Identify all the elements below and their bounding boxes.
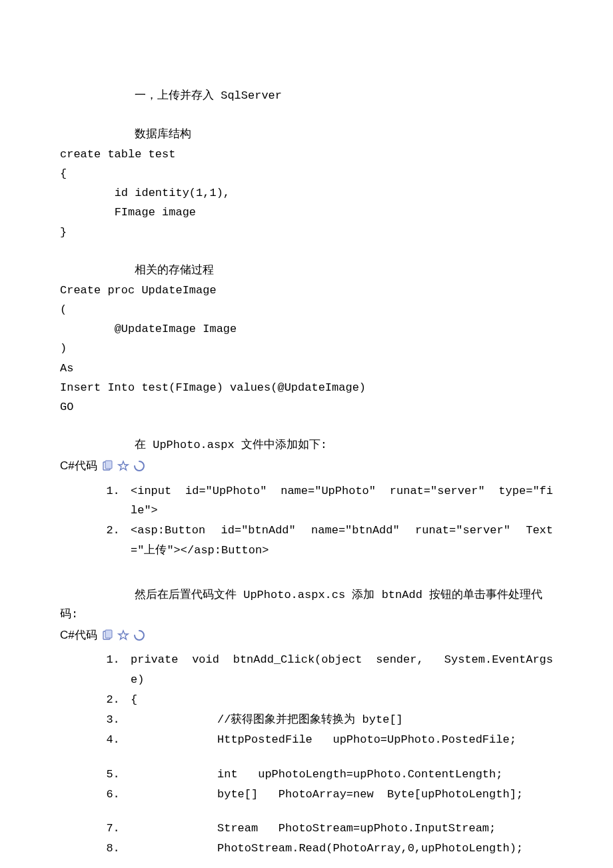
section-title: 一，上传并存入 SqlServer (60, 87, 553, 106)
list-item: { (127, 690, 553, 709)
document-page: 一，上传并存入 SqlServer 数据库结构 create table tes… (0, 0, 613, 868)
list-item: Stream PhotoStream=upPhoto.InputStream; (127, 819, 553, 838)
list-item: <input id="UpPhoto" name="UpPhoto" runat… (127, 481, 553, 520)
code-line: HttpPostedFile upPhoto=UpPhoto.PostedFil… (131, 730, 516, 749)
code-line: GO (60, 401, 73, 413)
list-item: <asp:Button id="btnAdd" name="btnAdd" ru… (127, 521, 553, 559)
code-block-2: private void btnAdd_Click(object sender,… (60, 650, 553, 868)
copy-icon[interactable] (101, 629, 113, 641)
code-line: create table test (60, 148, 175, 161)
subheading-stored-proc: 相关的存储过程 (60, 261, 553, 281)
sql-create-table: create table test { id identity(1,1), FI… (60, 145, 553, 242)
csharp-code-label-row: C#代码 (60, 457, 553, 476)
list-item: private void btnAdd_Click(object sender,… (127, 650, 553, 689)
code-line: byte[] PhotoArray=new Byte[upPhotoLength… (131, 785, 523, 804)
code-line: private void btnAdd_Click(object sender,… (131, 653, 566, 685)
code-line: ( (60, 303, 67, 316)
list-item: //获得图象并把图象转换为 byte[] (127, 710, 553, 729)
code-line: ) (60, 342, 67, 355)
csharp-code-label-row-2: C#代码 (60, 626, 553, 645)
svg-rect-3 (105, 630, 112, 638)
list-item: HttpPostedFile upPhoto=UpPhoto.PostedFil… (127, 730, 553, 749)
code-line: id identity(1,1), (60, 187, 230, 199)
code-line: } (60, 226, 67, 239)
code-line: @UpdateImage Image (60, 323, 237, 335)
code-line: Create proc UpdateImage (60, 284, 217, 297)
paragraph-text: 然后在后置代码文件 UpPhoto.aspx.cs 添加 btnAdd 按钮的单… (60, 589, 542, 621)
subheading-db-structure: 数据库结构 (60, 125, 553, 145)
code-line: <asp:Button id="btnAdd" name="btnAdd" ru… (131, 524, 553, 556)
csharp-label: C#代码 (60, 626, 97, 645)
list-item: int upPhotoLength=upPhoto.ContentLength; (127, 765, 553, 784)
star-icon[interactable] (117, 629, 129, 641)
code-line: FImage image (60, 206, 196, 219)
star-icon[interactable] (117, 460, 129, 472)
svg-rect-1 (105, 461, 112, 469)
sql-create-proc: Create proc UpdateImage ( @UpdateImage I… (60, 281, 553, 417)
code-line: int upPhotoLength=upPhoto.ContentLength; (131, 765, 502, 784)
paragraph-codebehind: 然后在后置代码文件 UpPhoto.aspx.cs 添加 btnAdd 按钮的单… (60, 586, 553, 625)
code-line: As (60, 362, 73, 375)
code-block-1: <input id="UpPhoto" name="UpPhoto" runat… (60, 481, 553, 560)
csharp-label: C#代码 (60, 457, 97, 476)
code-line: { (60, 167, 67, 180)
spinner-icon (133, 460, 145, 472)
list-item: PhotoStream.Read(PhotoArray,0,upPhotoLen… (127, 839, 553, 858)
code-line: PhotoStream.Read(PhotoArray,0,upPhotoLen… (131, 839, 523, 858)
code-line: <input id="UpPhoto" name="UpPhoto" runat… (131, 485, 553, 517)
list-item: byte[] PhotoArray=new Byte[upPhotoLength… (127, 785, 553, 804)
code-line: Stream PhotoStream=upPhoto.InputStream; (131, 819, 496, 838)
code-line: Insert Into test(FImage) values(@UpdateI… (60, 381, 366, 394)
subheading-aspx-add: 在 UpPhoto.aspx 文件中添加如下: (60, 436, 553, 455)
code-line: //获得图象并把图象转换为 byte[] (131, 710, 403, 729)
copy-icon[interactable] (101, 460, 113, 472)
spinner-icon (133, 629, 145, 641)
code-line: { (131, 693, 137, 706)
